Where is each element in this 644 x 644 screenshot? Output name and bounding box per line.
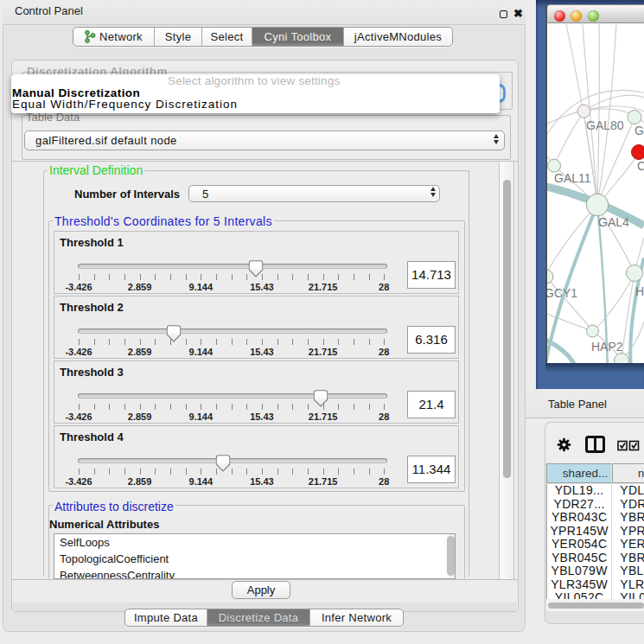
svg-text:H: H bbox=[635, 284, 644, 298]
svg-text:GAL4: GAL4 bbox=[598, 215, 629, 229]
svg-text:GAL11: GAL11 bbox=[554, 171, 591, 185]
svg-text:HAP2: HAP2 bbox=[591, 340, 623, 354]
svg-text:C: C bbox=[637, 159, 644, 173]
svg-text:GCY1: GCY1 bbox=[547, 286, 577, 300]
svg-text:GAL80: GAL80 bbox=[586, 118, 624, 132]
svg-text:G.: G. bbox=[634, 124, 644, 137]
